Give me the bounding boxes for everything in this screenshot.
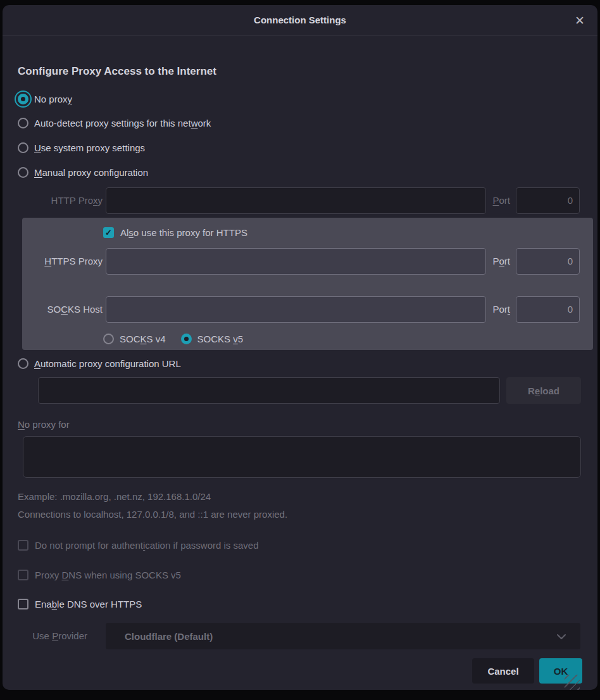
dialog-title: Connection Settings (254, 15, 346, 25)
radio-label-socks-v4: SOCKS v4 (120, 334, 166, 344)
close-icon[interactable]: ✕ (571, 11, 589, 29)
no-proxy-for-label: No proxy for (18, 419, 70, 430)
provider-dropdown-value: Cloudflare (Default) (125, 631, 213, 642)
also-https-checkbox[interactable]: ✓ (103, 227, 114, 238)
dns-over-https-label: Enable DNS over HTTPS (35, 599, 142, 609)
http-port-input[interactable]: 0 (516, 187, 580, 214)
option-row-no-prompt-auth: Do not prompt for authentication if pass… (18, 537, 259, 553)
also-https-row: ✓ Also use this proxy for HTTPS (103, 224, 247, 241)
radio-label-socks-v5: SOCKS v5 (197, 334, 244, 344)
localhost-hint: Connections to localhost, 127.0.0.1/8, a… (18, 509, 287, 520)
https-port-label: Port (478, 248, 510, 275)
provider-dropdown[interactable]: Cloudflare (Default) (106, 623, 580, 649)
radio-row-manual-proxy: Manual proxy configuration (18, 164, 148, 180)
radio-no-proxy[interactable] (18, 94, 28, 104)
auto-url-input[interactable] (38, 377, 500, 404)
http-proxy-label: HTTP Proxy (18, 187, 103, 214)
also-https-label: Also use this proxy for HTTPS (120, 227, 247, 238)
socks-version-row: SOCKS v4 SOCKS v5 (103, 330, 243, 347)
radio-system-proxy[interactable] (18, 142, 28, 153)
option-row-dns-over-https: Enable DNS over HTTPS (18, 596, 142, 612)
radio-socks-v4[interactable] (103, 334, 114, 344)
http-proxy-input[interactable] (106, 187, 486, 214)
no-prompt-auth-checkbox[interactable] (18, 540, 28, 551)
socks-host-label: SOCKS Host (18, 296, 103, 323)
no-proxy-for-textarea[interactable] (23, 436, 581, 478)
radio-row-system-proxy: Use system proxy settings (18, 139, 145, 156)
page-title: Configure Proxy Access to the Internet (18, 65, 216, 78)
radio-auto-url[interactable] (18, 358, 28, 369)
cancel-button[interactable]: Cancel (472, 658, 534, 684)
https-port-input[interactable]: 0 (516, 248, 580, 275)
radio-label-auto-url: Automatic proxy configuration URL (34, 358, 181, 369)
radio-label-auto-detect: Auto-detect proxy settings for this netw… (34, 118, 211, 128)
http-port-label: Port (478, 187, 510, 214)
radio-auto-detect[interactable] (18, 118, 28, 128)
use-provider-label: Use Provider (18, 623, 87, 649)
radio-manual-proxy[interactable] (18, 167, 28, 178)
https-proxy-label: HTTPS Proxy (18, 248, 103, 275)
https-proxy-input[interactable] (106, 248, 486, 275)
example-hint: Example: .mozilla.org, .net.nz, 192.168.… (18, 491, 211, 502)
radio-label-system-proxy: Use system proxy settings (34, 142, 145, 153)
radio-row-auto-detect: Auto-detect proxy settings for this netw… (18, 115, 211, 131)
check-icon: ✓ (105, 228, 112, 237)
chevron-down-icon (556, 631, 566, 642)
reload-button[interactable]: Reload (506, 377, 581, 404)
radio-label-manual-proxy: Manual proxy configuration (34, 167, 148, 178)
socks-host-input[interactable] (106, 296, 486, 323)
option-row-proxy-dns: Proxy DNS when using SOCKS v5 (18, 566, 181, 583)
proxy-dns-label: Proxy DNS when using SOCKS v5 (35, 570, 181, 580)
radio-row-auto-url: Automatic proxy configuration URL (18, 355, 181, 372)
socks-port-input[interactable]: 0 (516, 296, 580, 323)
resize-gripper[interactable] (565, 675, 580, 690)
dialog-titlebar: Connection Settings ✕ (3, 5, 597, 35)
radio-row-no-proxy: No proxy (18, 91, 72, 107)
no-prompt-auth-label: Do not prompt for authentication if pass… (35, 540, 259, 551)
socks-port-label: Port (478, 296, 510, 323)
proxy-dns-checkbox[interactable] (18, 570, 28, 580)
connection-settings-dialog: Connection Settings ✕ Configure Proxy Ac… (3, 5, 597, 690)
radio-label-no-proxy: No proxy (34, 94, 72, 104)
dns-over-https-checkbox[interactable] (18, 599, 28, 609)
radio-socks-v5[interactable] (181, 334, 192, 344)
